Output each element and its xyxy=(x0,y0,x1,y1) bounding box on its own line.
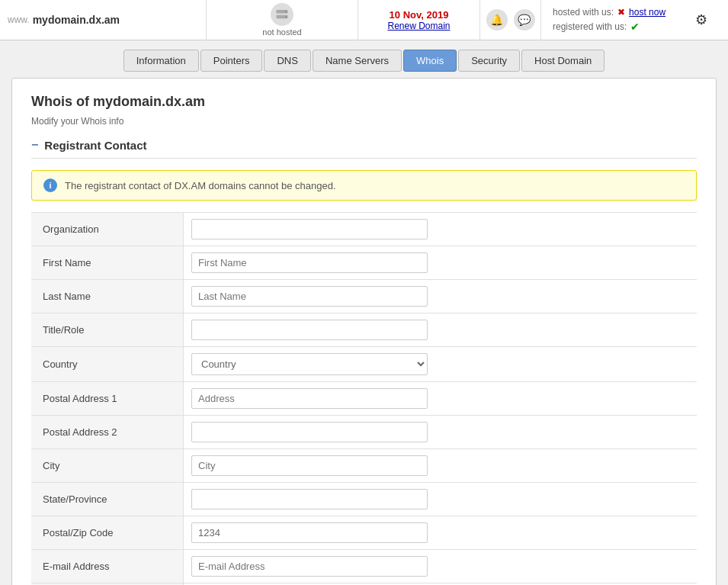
nav-tabs: Information Pointers DNS Name Servers Wh… xyxy=(0,40,728,78)
email-address-input[interactable] xyxy=(191,556,428,577)
form-row: Postal/Zip Code xyxy=(31,516,697,550)
not-hosted-area: not hosted xyxy=(206,0,358,40)
hosting-info: hosted with us: ✖ host now registered wi… xyxy=(541,5,682,34)
last-name-label: Last Name xyxy=(31,280,184,313)
postal-address-1-label: Postal Address 1 xyxy=(31,382,184,415)
bell-icon[interactable]: 🔔 xyxy=(486,9,508,31)
registered-check-icon: ✔ xyxy=(630,21,640,33)
collapse-button[interactable]: − xyxy=(31,138,38,152)
postal-address-2-input[interactable] xyxy=(191,422,428,442)
tab-whois[interactable]: Whois xyxy=(403,50,457,72)
country-value: Country United States United Kingdom Ger… xyxy=(184,347,697,381)
hosted-with-label: hosted with us: xyxy=(553,7,614,18)
tab-pointers[interactable]: Pointers xyxy=(200,50,263,72)
state-province-value xyxy=(184,483,697,516)
not-hosted-icon: ✖ xyxy=(617,7,625,18)
postal-zip-code-label: Postal/Zip Code xyxy=(31,516,184,549)
title-role-value xyxy=(184,313,697,346)
top-bar-right-icons: ⚙ xyxy=(682,11,720,28)
postal-address-2-value xyxy=(184,416,697,448)
postal-address-2-label: Postal Address 2 xyxy=(31,416,184,448)
last-name-value xyxy=(184,280,697,313)
form-row: E-mail Address xyxy=(31,550,697,583)
postal-zip-code-value xyxy=(184,516,697,549)
form-row: City xyxy=(31,449,697,483)
tab-information[interactable]: Information xyxy=(123,50,199,72)
form-row: Title/Role xyxy=(31,313,697,347)
tab-security[interactable]: Security xyxy=(458,50,520,72)
top-bar: www. mydomain.dx.am not hosted 10 Nov, 2… xyxy=(0,0,728,40)
date-text: 10 Nov, 2019 xyxy=(390,9,449,21)
state-province-label: State/Province xyxy=(31,483,184,516)
postal-address-1-input[interactable] xyxy=(191,388,428,409)
form-row: State/Province xyxy=(31,483,697,516)
host-now-link[interactable]: host now xyxy=(629,7,665,18)
email-address-value xyxy=(184,550,697,583)
domain-name: mydomain.dx.am xyxy=(33,14,120,26)
first-name-input[interactable] xyxy=(191,252,428,273)
form-row: First Name xyxy=(31,246,697,280)
tab-dns[interactable]: DNS xyxy=(264,50,310,72)
country-select[interactable]: Country United States United Kingdom Ger… xyxy=(191,353,428,375)
organization-value xyxy=(184,213,697,246)
city-label: City xyxy=(31,449,184,482)
city-value xyxy=(184,449,697,482)
info-message: The registrant contact of DX.AM domains … xyxy=(65,180,336,191)
first-name-value xyxy=(184,246,697,279)
chat-icon[interactable]: 💬 xyxy=(514,9,535,31)
registered-with-row: registered with us: ✔ xyxy=(553,21,682,33)
title-role-label: Title/Role xyxy=(31,313,184,346)
title-role-input[interactable] xyxy=(191,320,428,340)
city-input[interactable] xyxy=(191,455,428,476)
organization-label: Organization xyxy=(31,213,184,246)
modify-text: Modify your Whois info xyxy=(31,116,697,127)
settings-icon[interactable]: ⚙ xyxy=(695,11,707,28)
server-icon xyxy=(271,3,293,26)
postal-zip-code-input[interactable] xyxy=(191,522,428,543)
last-name-input[interactable] xyxy=(191,286,428,307)
form-row: Postal Address 2 xyxy=(31,416,697,449)
icons-area: 🔔 💬 xyxy=(480,0,541,40)
country-label: Country xyxy=(31,347,184,381)
form-row: Postal Address 1 xyxy=(31,382,697,416)
info-icon: i xyxy=(43,178,57,192)
info-banner: i The registrant contact of DX.AM domain… xyxy=(31,170,697,201)
organization-input[interactable] xyxy=(191,219,428,239)
renew-domain-link[interactable]: Renew Domain xyxy=(387,21,450,31)
whois-form: Organization First Name Last Name Title/… xyxy=(31,212,697,585)
section-header: − Registrant Contact xyxy=(31,138,697,159)
state-province-input[interactable] xyxy=(191,489,428,509)
section-title: Registrant Contact xyxy=(44,139,146,152)
svg-point-2 xyxy=(285,11,287,12)
form-row: Country Country United States United Kin… xyxy=(31,347,697,382)
svg-point-3 xyxy=(285,16,287,18)
tab-host-domain[interactable]: Host Domain xyxy=(521,50,605,72)
first-name-label: First Name xyxy=(31,246,184,279)
date-area: 10 Nov, 2019 Renew Domain xyxy=(358,0,480,40)
email-address-label: E-mail Address xyxy=(31,550,184,583)
main-content: Whois of mydomain.dx.am Modify your Whoi… xyxy=(11,78,717,585)
domain-area: www. mydomain.dx.am xyxy=(8,14,206,26)
form-row: Organization xyxy=(31,212,697,246)
form-row: Last Name xyxy=(31,280,697,313)
not-hosted-label: not hosted xyxy=(262,27,301,37)
hosted-with-row: hosted with us: ✖ host now xyxy=(553,7,682,18)
registered-with-label: registered with us: xyxy=(553,21,627,32)
www-prefix: www. xyxy=(8,14,30,25)
page-title: Whois of mydomain.dx.am xyxy=(31,94,697,110)
tab-name-servers[interactable]: Name Servers xyxy=(313,50,402,72)
postal-address-1-value xyxy=(184,382,697,415)
